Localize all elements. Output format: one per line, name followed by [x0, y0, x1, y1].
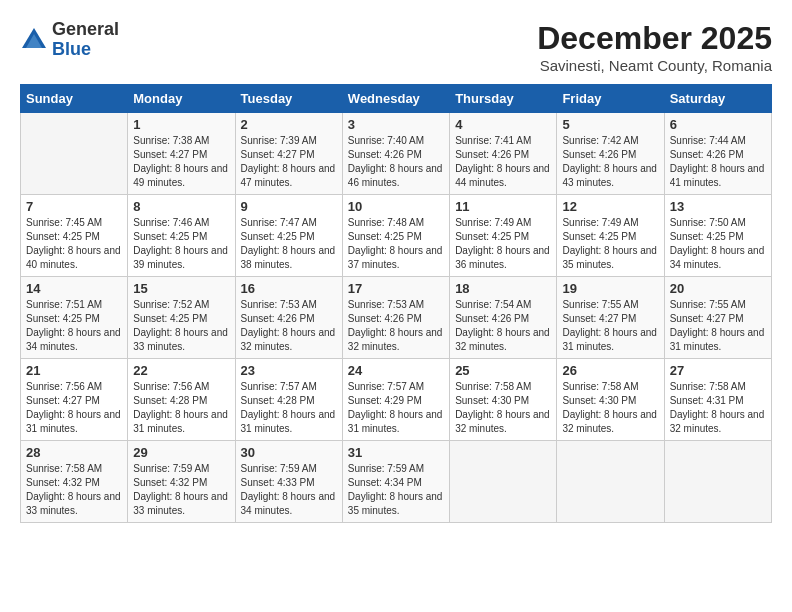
day-info: Sunrise: 7:56 AMSunset: 4:27 PMDaylight:…	[26, 380, 122, 436]
logo: General Blue	[20, 20, 119, 60]
calendar-cell: 20Sunrise: 7:55 AMSunset: 4:27 PMDayligh…	[664, 277, 771, 359]
logo-general: General	[52, 20, 119, 40]
day-info: Sunrise: 7:59 AMSunset: 4:33 PMDaylight:…	[241, 462, 337, 518]
month-title: December 2025	[537, 20, 772, 57]
calendar-cell: 22Sunrise: 7:56 AMSunset: 4:28 PMDayligh…	[128, 359, 235, 441]
calendar-week-row: 14Sunrise: 7:51 AMSunset: 4:25 PMDayligh…	[21, 277, 772, 359]
day-info: Sunrise: 7:53 AMSunset: 4:26 PMDaylight:…	[241, 298, 337, 354]
day-info: Sunrise: 7:40 AMSunset: 4:26 PMDaylight:…	[348, 134, 444, 190]
page-header: General Blue December 2025 Savinesti, Ne…	[20, 20, 772, 74]
calendar-cell: 26Sunrise: 7:58 AMSunset: 4:30 PMDayligh…	[557, 359, 664, 441]
day-number: 1	[133, 117, 229, 132]
calendar-cell: 7Sunrise: 7:45 AMSunset: 4:25 PMDaylight…	[21, 195, 128, 277]
calendar-cell: 13Sunrise: 7:50 AMSunset: 4:25 PMDayligh…	[664, 195, 771, 277]
day-info: Sunrise: 7:52 AMSunset: 4:25 PMDaylight:…	[133, 298, 229, 354]
calendar-cell: 23Sunrise: 7:57 AMSunset: 4:28 PMDayligh…	[235, 359, 342, 441]
calendar-cell	[21, 113, 128, 195]
calendar-week-row: 21Sunrise: 7:56 AMSunset: 4:27 PMDayligh…	[21, 359, 772, 441]
day-info: Sunrise: 7:42 AMSunset: 4:26 PMDaylight:…	[562, 134, 658, 190]
day-header: Tuesday	[235, 85, 342, 113]
day-info: Sunrise: 7:51 AMSunset: 4:25 PMDaylight:…	[26, 298, 122, 354]
day-header: Friday	[557, 85, 664, 113]
day-info: Sunrise: 7:50 AMSunset: 4:25 PMDaylight:…	[670, 216, 766, 272]
day-number: 29	[133, 445, 229, 460]
calendar-cell: 1Sunrise: 7:38 AMSunset: 4:27 PMDaylight…	[128, 113, 235, 195]
day-info: Sunrise: 7:58 AMSunset: 4:31 PMDaylight:…	[670, 380, 766, 436]
logo-blue: Blue	[52, 40, 119, 60]
calendar-cell: 24Sunrise: 7:57 AMSunset: 4:29 PMDayligh…	[342, 359, 449, 441]
calendar-table: SundayMondayTuesdayWednesdayThursdayFrid…	[20, 84, 772, 523]
day-number: 5	[562, 117, 658, 132]
day-info: Sunrise: 7:41 AMSunset: 4:26 PMDaylight:…	[455, 134, 551, 190]
day-number: 21	[26, 363, 122, 378]
calendar-cell	[557, 441, 664, 523]
calendar-header-row: SundayMondayTuesdayWednesdayThursdayFrid…	[21, 85, 772, 113]
calendar-cell: 25Sunrise: 7:58 AMSunset: 4:30 PMDayligh…	[450, 359, 557, 441]
day-number: 10	[348, 199, 444, 214]
calendar-cell: 30Sunrise: 7:59 AMSunset: 4:33 PMDayligh…	[235, 441, 342, 523]
calendar-cell: 9Sunrise: 7:47 AMSunset: 4:25 PMDaylight…	[235, 195, 342, 277]
day-number: 6	[670, 117, 766, 132]
day-number: 16	[241, 281, 337, 296]
day-info: Sunrise: 7:54 AMSunset: 4:26 PMDaylight:…	[455, 298, 551, 354]
calendar-cell: 29Sunrise: 7:59 AMSunset: 4:32 PMDayligh…	[128, 441, 235, 523]
calendar-cell: 14Sunrise: 7:51 AMSunset: 4:25 PMDayligh…	[21, 277, 128, 359]
day-header: Thursday	[450, 85, 557, 113]
day-info: Sunrise: 7:58 AMSunset: 4:30 PMDaylight:…	[455, 380, 551, 436]
day-number: 27	[670, 363, 766, 378]
calendar-week-row: 28Sunrise: 7:58 AMSunset: 4:32 PMDayligh…	[21, 441, 772, 523]
day-number: 14	[26, 281, 122, 296]
calendar-cell: 28Sunrise: 7:58 AMSunset: 4:32 PMDayligh…	[21, 441, 128, 523]
day-number: 11	[455, 199, 551, 214]
calendar-cell: 27Sunrise: 7:58 AMSunset: 4:31 PMDayligh…	[664, 359, 771, 441]
day-info: Sunrise: 7:46 AMSunset: 4:25 PMDaylight:…	[133, 216, 229, 272]
logo-icon	[20, 26, 48, 54]
day-number: 8	[133, 199, 229, 214]
day-info: Sunrise: 7:45 AMSunset: 4:25 PMDaylight:…	[26, 216, 122, 272]
calendar-cell: 11Sunrise: 7:49 AMSunset: 4:25 PMDayligh…	[450, 195, 557, 277]
day-info: Sunrise: 7:44 AMSunset: 4:26 PMDaylight:…	[670, 134, 766, 190]
day-number: 25	[455, 363, 551, 378]
calendar-cell: 21Sunrise: 7:56 AMSunset: 4:27 PMDayligh…	[21, 359, 128, 441]
calendar-week-row: 7Sunrise: 7:45 AMSunset: 4:25 PMDaylight…	[21, 195, 772, 277]
day-info: Sunrise: 7:57 AMSunset: 4:28 PMDaylight:…	[241, 380, 337, 436]
day-info: Sunrise: 7:59 AMSunset: 4:32 PMDaylight:…	[133, 462, 229, 518]
day-header: Monday	[128, 85, 235, 113]
day-number: 19	[562, 281, 658, 296]
day-number: 2	[241, 117, 337, 132]
calendar-cell: 6Sunrise: 7:44 AMSunset: 4:26 PMDaylight…	[664, 113, 771, 195]
day-info: Sunrise: 7:55 AMSunset: 4:27 PMDaylight:…	[562, 298, 658, 354]
day-info: Sunrise: 7:39 AMSunset: 4:27 PMDaylight:…	[241, 134, 337, 190]
day-info: Sunrise: 7:58 AMSunset: 4:32 PMDaylight:…	[26, 462, 122, 518]
calendar-cell: 10Sunrise: 7:48 AMSunset: 4:25 PMDayligh…	[342, 195, 449, 277]
day-info: Sunrise: 7:47 AMSunset: 4:25 PMDaylight:…	[241, 216, 337, 272]
calendar-cell: 16Sunrise: 7:53 AMSunset: 4:26 PMDayligh…	[235, 277, 342, 359]
calendar-cell: 19Sunrise: 7:55 AMSunset: 4:27 PMDayligh…	[557, 277, 664, 359]
title-area: December 2025 Savinesti, Neamt County, R…	[537, 20, 772, 74]
day-info: Sunrise: 7:53 AMSunset: 4:26 PMDaylight:…	[348, 298, 444, 354]
day-number: 4	[455, 117, 551, 132]
calendar-cell: 18Sunrise: 7:54 AMSunset: 4:26 PMDayligh…	[450, 277, 557, 359]
day-number: 24	[348, 363, 444, 378]
day-info: Sunrise: 7:58 AMSunset: 4:30 PMDaylight:…	[562, 380, 658, 436]
day-number: 13	[670, 199, 766, 214]
day-number: 12	[562, 199, 658, 214]
calendar-cell: 3Sunrise: 7:40 AMSunset: 4:26 PMDaylight…	[342, 113, 449, 195]
day-number: 15	[133, 281, 229, 296]
day-number: 20	[670, 281, 766, 296]
day-number: 9	[241, 199, 337, 214]
day-number: 22	[133, 363, 229, 378]
day-header: Saturday	[664, 85, 771, 113]
day-number: 26	[562, 363, 658, 378]
day-header: Wednesday	[342, 85, 449, 113]
calendar-cell: 5Sunrise: 7:42 AMSunset: 4:26 PMDaylight…	[557, 113, 664, 195]
day-info: Sunrise: 7:38 AMSunset: 4:27 PMDaylight:…	[133, 134, 229, 190]
logo-text: General Blue	[52, 20, 119, 60]
calendar-cell: 15Sunrise: 7:52 AMSunset: 4:25 PMDayligh…	[128, 277, 235, 359]
calendar-cell	[450, 441, 557, 523]
day-info: Sunrise: 7:48 AMSunset: 4:25 PMDaylight:…	[348, 216, 444, 272]
day-number: 30	[241, 445, 337, 460]
day-info: Sunrise: 7:57 AMSunset: 4:29 PMDaylight:…	[348, 380, 444, 436]
day-header: Sunday	[21, 85, 128, 113]
calendar-cell: 8Sunrise: 7:46 AMSunset: 4:25 PMDaylight…	[128, 195, 235, 277]
